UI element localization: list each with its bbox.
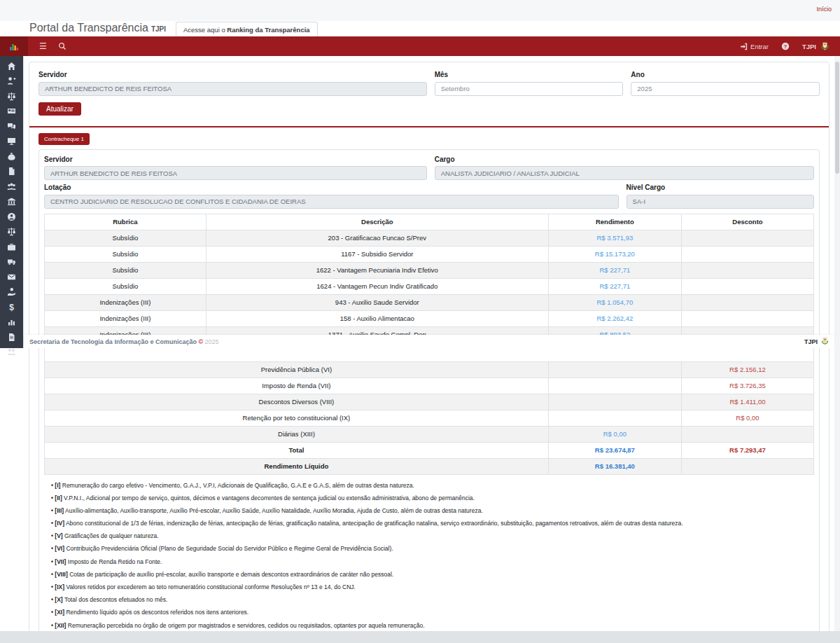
servidor-field-input xyxy=(44,166,427,180)
file-icon[interactable] xyxy=(7,332,17,342)
scrollbar-track[interactable] xyxy=(834,56,840,631)
filter-form: Servidor Mês Ano xyxy=(38,71,820,96)
page-title-suffix: TJPI xyxy=(151,25,166,33)
team-icon[interactable] xyxy=(7,347,17,357)
user-add-icon[interactable] xyxy=(7,76,17,86)
bar-chart-logo-icon xyxy=(8,41,20,52)
col-header-descricao: Descrição xyxy=(206,214,548,230)
scales-icon-2[interactable] xyxy=(7,227,17,237)
entrar-button[interactable]: Entrar xyxy=(740,43,769,50)
ranking-tab-prefix: Acesse aqui o xyxy=(183,26,227,34)
summary-row: Imposto de Renda (VII) R$ 3.726,35 xyxy=(45,378,814,394)
rendimento-link[interactable]: R$ 1.054,70 xyxy=(597,298,634,306)
total-row: Total R$ 23.674,87 R$ 7.293,47 xyxy=(45,442,814,458)
cargo-field-label: Cargo xyxy=(435,155,814,163)
cell-descricao: 1167 - Subsidio Servidor xyxy=(206,246,548,262)
monitor-icon[interactable] xyxy=(7,137,17,146)
total-desconto: R$ 7.293,47 xyxy=(729,446,766,454)
rendimento-link[interactable]: R$ 227,71 xyxy=(599,266,630,274)
table-row: Subsídio 203 - Gratificacao Funcao S/Pre… xyxy=(45,230,814,246)
cargo-field-input xyxy=(435,166,814,180)
summary-label: Descontos Diversos (VIII) xyxy=(45,394,549,410)
footer-text: Secretaria de Tecnologia da Informação e… xyxy=(29,338,219,345)
total-rendimento: R$ 23.674,87 xyxy=(595,446,635,454)
footer-brand: TJPI xyxy=(804,337,830,346)
home-icon[interactable] xyxy=(7,61,17,71)
help-icon[interactable]: ? xyxy=(781,42,790,50)
nivel-cargo-field-label: Nível Cargo xyxy=(626,184,814,191)
footnote-item: [IX] Valores retidos por excederem ao te… xyxy=(51,583,814,590)
table-row: Indenizações (III) 943 - Auxilio Saude S… xyxy=(45,294,814,310)
summary-label: Retenção por teto constitucional (IX) xyxy=(45,410,549,426)
rendimento-link[interactable]: R$ 2.262,42 xyxy=(597,314,634,322)
tjpi-brand[interactable]: TJPI xyxy=(802,41,830,52)
table-row: Subsídio 1622 - Vantagem Pecuniaria Indi… xyxy=(45,262,814,278)
app-logo[interactable] xyxy=(0,36,28,56)
servidor-field-label: Servidor xyxy=(44,155,427,163)
briefcase-icon[interactable] xyxy=(7,242,17,251)
footnote-item: [VIII] Cotas de participação de auxílio … xyxy=(51,571,814,578)
money-bag-icon[interactable] xyxy=(7,151,17,161)
envelope-icon[interactable] xyxy=(7,272,17,282)
desconto-value: R$ 2.156,12 xyxy=(729,366,766,373)
search-icon-glyph xyxy=(58,42,66,50)
mes-filter-input[interactable] xyxy=(435,82,624,96)
cell-rendimento xyxy=(548,378,681,394)
bottom-strip xyxy=(0,631,840,643)
rendimento-liquido-label: Rendimento Líquido xyxy=(45,458,549,474)
atualizar-button[interactable]: Atualizar xyxy=(38,102,81,116)
svg-text:?: ? xyxy=(784,43,788,50)
footnote-item: [X] Total dos descontos efetuados no mês… xyxy=(51,596,814,603)
cell-descricao: 158 - Auxilio Alimentacao xyxy=(206,310,548,326)
hand-coin-icon[interactable] xyxy=(7,287,17,297)
cell-descricao: 1624 - Vantagem Pecun Indiv Gratificado xyxy=(206,278,548,294)
summary-row: Previdência Pública (VI) R$ 2.156,12 xyxy=(45,361,814,378)
total-label: Total xyxy=(45,442,549,458)
rendimento-link[interactable]: R$ 15.173,20 xyxy=(595,250,635,258)
title-bar: Portal da TransparênciaTJPI Acesse aqui … xyxy=(0,21,840,36)
cell-descricao: 203 - Gratificacao Funcao S/Prev xyxy=(206,230,548,246)
id-card-icon[interactable] xyxy=(7,106,17,116)
footnote-item: [VI] Contribuição Previdenciária Oficial… xyxy=(51,545,814,552)
footnote-item: [IV] Abono constitucional de 1/3 de féri… xyxy=(51,520,814,527)
person-badge-icon[interactable] xyxy=(7,212,17,221)
desconto-value: R$ 3.726,35 xyxy=(729,382,766,389)
cell-desconto xyxy=(681,278,813,294)
search-icon[interactable] xyxy=(58,42,66,50)
footnote-item: [I] Remuneração do cargo efetivo - Venci… xyxy=(51,482,814,489)
cell-desconto xyxy=(681,294,813,310)
scales-icon[interactable] xyxy=(7,91,17,101)
ranking-transparencia-tab[interactable]: Acesse aqui o Ranking da Transparência xyxy=(176,22,318,36)
table-row: Subsídio 1624 - Vantagem Pecun Indiv Gra… xyxy=(45,278,814,294)
entrar-label: Entrar xyxy=(750,43,769,50)
red-divider xyxy=(29,126,829,127)
contracheque-tab[interactable]: Contracheque 1 xyxy=(38,133,90,145)
rendimento-link[interactable]: R$ 3.571,93 xyxy=(597,234,634,242)
truck-icon[interactable] xyxy=(7,257,17,267)
rendimento-link[interactable]: R$ 227,71 xyxy=(599,282,630,290)
summary-row: Descontos Diversos (VIII) R$ 1.411,00 xyxy=(45,394,814,410)
menu-icon[interactable]: ☰ xyxy=(39,41,47,51)
rendimento-link[interactable]: R$ 0,00 xyxy=(603,430,626,438)
inicio-link[interactable]: Início xyxy=(816,6,832,13)
footnote-item: [V] Gratificações de qualquer natureza. xyxy=(51,532,814,539)
footnote-item: [III] Auxílio-alimentação, Auxílio-trans… xyxy=(51,507,814,514)
servidor-filter-input xyxy=(38,82,427,96)
cell-rubrica: Subsídio xyxy=(45,278,206,294)
col-header-rubrica: Rubrica xyxy=(45,214,206,230)
col-header-rendimento: Rendimento xyxy=(548,214,681,230)
cell-desconto xyxy=(681,426,813,442)
cell-desconto xyxy=(681,230,813,246)
scrollbar-thumb[interactable] xyxy=(835,62,839,174)
page-title-text: Portal da Transparência xyxy=(29,22,148,34)
chat-icon[interactable] xyxy=(7,121,17,131)
bank-icon[interactable] xyxy=(7,197,17,207)
main-content: Servidor Mês Ano Atualizar Contracheque … xyxy=(24,56,834,643)
dollar-icon[interactable]: $ xyxy=(7,302,17,312)
cell-rubrica: Subsídio xyxy=(45,230,206,246)
summary-label: Previdência Pública (VI) xyxy=(45,361,549,378)
group-icon[interactable] xyxy=(7,181,17,191)
document-icon[interactable] xyxy=(7,167,17,177)
ano-filter-input[interactable] xyxy=(631,82,820,96)
chart-bar-icon[interactable] xyxy=(7,317,17,327)
